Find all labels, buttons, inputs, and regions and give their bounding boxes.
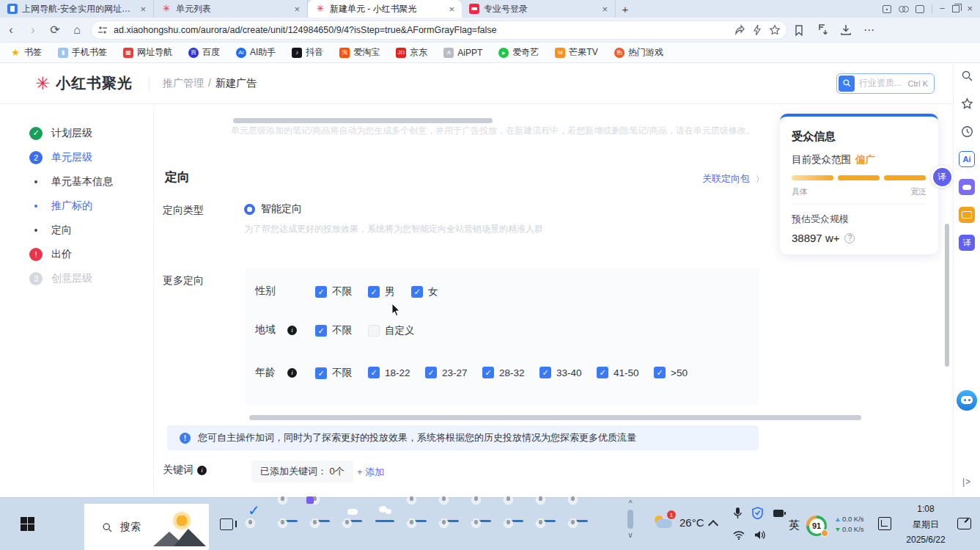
taskbar-app-qq-browser[interactable] [345,502,361,518]
bookmark-nav[interactable]: ▦网址导航 [123,46,172,59]
checkbox-age-unlimited[interactable]: ✓不限 [315,367,352,380]
taskbar-app-edge-profile[interactable] [570,502,586,518]
taskbar-overflow-scrollbar[interactable]: ^ v [625,499,636,549]
customer-service-chat-icon[interactable] [957,390,977,411]
task-view-button[interactable] [220,518,233,530]
scroll-up-icon[interactable]: ^ [629,499,633,507]
wifi-icon[interactable] [733,531,745,540]
checkbox-age-18-22[interactable]: ✓18-22 [368,367,410,378]
taskbar-app-edge-ai[interactable] [312,502,328,518]
rail-games-icon[interactable] [959,179,975,195]
minimize-button[interactable]: − [940,0,946,18]
info-icon[interactable]: i [287,368,297,378]
back-button[interactable]: ‹ [0,23,22,37]
tab-new-unit-active[interactable]: 新建单元 - 小红书聚光 × [308,0,462,18]
checkbox-age-33-40[interactable]: ✓33-40 [539,367,582,378]
screenshot-tool-icon[interactable] [878,517,891,530]
taskbar-app-edge-profile[interactable] [474,502,490,518]
new-tab-button[interactable]: + [616,0,635,18]
share-icon[interactable] [734,24,745,36]
rail-search-icon[interactable] [959,67,975,84]
url-text[interactable]: ad.xiaohongshu.com/aurora/ad/create/unit… [114,25,728,35]
bookmark-taobao[interactable]: 淘爱淘宝 [339,46,380,59]
taskbar-app-checkmark[interactable]: ✓ [248,502,264,518]
taskbar-clock[interactable]: 1:08 星期日 2025/6/22 [899,502,953,548]
tab-close-icon[interactable]: × [447,4,456,15]
info-icon[interactable]: i [197,466,207,475]
translate-floating-button[interactable]: 译 [931,166,953,188]
taskbar-app-edge[interactable] [377,526,393,542]
taskbar-app-edge-profile[interactable] [538,502,554,518]
bookmark-jd[interactable]: JD京东 [396,46,427,59]
sidebar-panel-icon[interactable] [883,5,891,13]
downloads-icon[interactable] [839,23,852,37]
checkbox-age-41-50[interactable]: ✓41-50 [597,367,639,378]
favorite-star-icon[interactable] [769,24,781,36]
restore-button[interactable] [952,5,959,12]
taskbar-app-edge-profile[interactable] [409,502,425,518]
taskbar-app-edge-profile[interactable] [538,526,554,542]
battery-icon[interactable] [773,509,786,518]
qualification-search-input[interactable]: 行业资质... Ctrl K [836,73,935,94]
bookmark-ai[interactable]: AIAI助手 [236,46,276,59]
taskbar-app-edge-profile[interactable] [409,526,425,542]
security-shield-icon[interactable] [752,507,763,519]
start-button[interactable] [21,517,34,531]
vertical-scrollbar[interactable] [945,224,949,367]
bookmark-games[interactable]: 热热门游戏 [614,46,663,59]
smart-targeting-option[interactable]: 智能定向 [244,202,302,216]
checkbox-gender-male[interactable]: ✓男 [368,285,395,298]
address-bar[interactable]: ad.xiaohongshu.com/aurora/ad/create/unit… [91,21,787,40]
lightning-icon[interactable] [751,24,763,36]
bookmark-mobile[interactable]: ▮手机书签 [58,46,107,59]
info-icon[interactable]: i [287,326,297,335]
weather-sunrise-art[interactable] [153,507,206,548]
refresh-button[interactable]: ⟳ [44,23,66,37]
tab-nav-site[interactable]: 上网导航-安全实用的网址导航 × [0,0,154,18]
bookmark-aippt[interactable]: AAiPPT [443,48,482,58]
taskbar-app-edge-profile[interactable] [506,502,522,518]
home-button[interactable]: ⌂ [66,23,88,37]
scrollbar-thumb[interactable] [627,510,633,529]
taskbar-weather-widget[interactable]: 1 26°C [655,514,704,530]
checkbox-age-23-27[interactable]: ✓23-27 [425,367,468,378]
taskbar-app-edge-profile[interactable] [345,526,361,542]
rail-ai-icon[interactable]: Ai [959,151,975,167]
rail-translate-icon[interactable]: 译 [959,235,975,251]
checkbox-region-custom[interactable]: 自定义 [368,324,415,337]
step-promotion-target[interactable]: 推广标的 [0,194,153,218]
taskbar-search-box[interactable]: 搜索 [84,504,209,550]
hidden-icons-chevron[interactable] [708,520,718,530]
bookmark-baidu[interactable]: 百百度 [188,46,220,59]
speaker-icon[interactable] [754,530,766,540]
taskbar-app-edge-profile[interactable] [570,526,586,542]
taskbar-app-edge-profile[interactable] [248,526,264,542]
add-keyword-button[interactable]: + 添加 [357,466,384,479]
step-plan-level[interactable]: ✓ 计划层级 [0,121,153,145]
scroll-down-icon[interactable]: v [629,531,633,539]
tab-unit-list[interactable]: 单元列表 × [154,0,308,18]
checkbox-region-unlimited[interactable]: ✓不限 [315,324,352,337]
tab-close-icon[interactable]: × [139,4,147,15]
browser-profiles-icon[interactable] [899,5,908,12]
taskbar-app-edge-profile[interactable] [506,526,522,542]
site-permissions-icon[interactable] [97,26,108,34]
ime-indicator[interactable]: 英 [789,518,800,532]
targeting-package-link[interactable]: 关联定向包 〉 [702,172,764,186]
checkbox-age-50plus[interactable]: ✓>50 [654,367,688,378]
bookmark-mgtv[interactable]: M芒果TV [555,46,597,59]
app-logo[interactable]: ✳ 小红书聚光 [35,73,133,94]
taskbar-app-edge-profile[interactable] [441,526,457,542]
tab-close-icon[interactable]: × [600,4,609,15]
step-unit-level[interactable]: 2 单元层级 [0,145,153,169]
bookmark-iqiyi[interactable]: ▶爱奇艺 [498,46,539,59]
step-creative-level[interactable]: 3 创意层级 [0,266,153,290]
forward-button[interactable]: › [22,23,44,37]
bookmark-shuqian[interactable]: ★书签 [10,46,42,59]
bookmark-douyin[interactable]: ♪抖音 [292,46,323,59]
checkbox-age-28-32[interactable]: ✓28-32 [482,367,525,378]
collections-icon[interactable] [792,23,806,37]
expand-panel-icon[interactable]: |> [962,477,971,487]
taskbar-app-edge-profile[interactable] [280,526,296,542]
close-button[interactable]: × [967,0,973,18]
